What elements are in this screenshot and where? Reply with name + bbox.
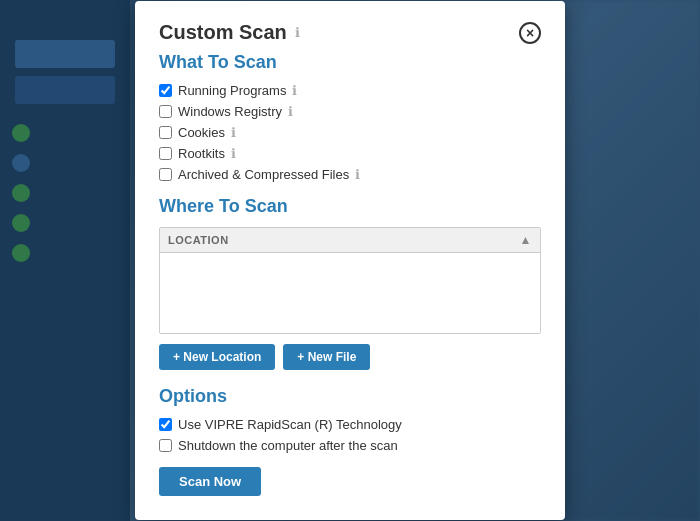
what-to-scan-title: What To Scan [159,52,541,73]
new-file-button[interactable]: + New File [283,344,370,370]
checkbox-row-shutdown: Shutdown the computer after the scan [159,438,541,453]
location-column-label: LOCATION [168,234,229,246]
info-icon-windows-registry[interactable]: ℹ [288,104,293,119]
info-icon-rootkits[interactable]: ℹ [231,146,236,161]
close-button[interactable]: × [519,22,541,44]
checkbox-rapidscan[interactable] [159,418,172,431]
label-archived-files[interactable]: Archived & Compressed Files [178,167,349,182]
info-icon-cookies[interactable]: ℹ [231,125,236,140]
new-location-button[interactable]: + New Location [159,344,275,370]
modal-overlay: Custom Scan ℹ × What To Scan Running Pro… [0,0,700,521]
checkbox-cookies[interactable] [159,126,172,139]
checkbox-row-rapidscan: Use VIPRE RapidScan (R) Technology [159,417,541,432]
location-table: LOCATION ▲ [159,227,541,334]
options-section: Options Use VIPRE RapidScan (R) Technolo… [159,386,541,453]
options-title: Options [159,386,541,407]
label-shutdown[interactable]: Shutdown the computer after the scan [178,438,398,453]
where-to-scan-section: Where To Scan LOCATION ▲ + New Location … [159,196,541,370]
location-table-body [160,253,540,333]
where-to-scan-title: Where To Scan [159,196,541,217]
modal-title-row: Custom Scan ℹ [159,21,300,44]
checkbox-row-windows-registry: Windows Registry ℹ [159,104,541,119]
modal-title: Custom Scan [159,21,287,44]
modal-info-icon[interactable]: ℹ [295,25,300,40]
checkbox-row-rootkits: Rootkits ℹ [159,146,541,161]
custom-scan-modal: Custom Scan ℹ × What To Scan Running Pro… [135,1,565,520]
label-running-programs[interactable]: Running Programs [178,83,286,98]
label-rootkits[interactable]: Rootkits [178,146,225,161]
checkbox-shutdown[interactable] [159,439,172,452]
checkbox-rootkits[interactable] [159,147,172,160]
info-icon-running-programs[interactable]: ℹ [292,83,297,98]
location-buttons: + New Location + New File [159,344,541,370]
label-cookies[interactable]: Cookies [178,125,225,140]
label-rapidscan[interactable]: Use VIPRE RapidScan (R) Technology [178,417,402,432]
modal-header: Custom Scan ℹ × [159,21,541,44]
checkbox-windows-registry[interactable] [159,105,172,118]
checkbox-running-programs[interactable] [159,84,172,97]
label-windows-registry[interactable]: Windows Registry [178,104,282,119]
checkbox-row-cookies: Cookies ℹ [159,125,541,140]
sort-arrow-icon[interactable]: ▲ [520,233,532,247]
checkbox-archived-files[interactable] [159,168,172,181]
info-icon-archived-files[interactable]: ℹ [355,167,360,182]
checkbox-row-running-programs: Running Programs ℹ [159,83,541,98]
location-table-header: LOCATION ▲ [160,228,540,253]
scan-now-button[interactable]: Scan Now [159,467,261,496]
checkbox-row-archived-files: Archived & Compressed Files ℹ [159,167,541,182]
